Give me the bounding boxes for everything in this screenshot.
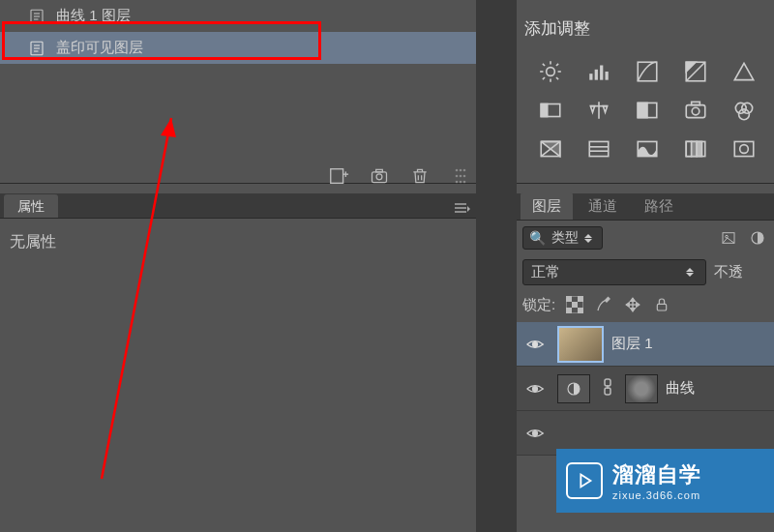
svg-point-92	[533, 430, 538, 435]
layer-row-selected[interactable]: 图层 1	[517, 322, 774, 367]
svg-marker-84	[637, 303, 640, 308]
lock-all-icon[interactable]	[652, 295, 671, 314]
panel-menu-icon[interactable]	[455, 196, 470, 218]
adj-posterize-icon[interactable]	[582, 134, 615, 163]
svg-line-37	[556, 77, 558, 79]
svg-marker-83	[626, 303, 629, 308]
chevron-updown-icon	[584, 234, 596, 243]
visibility-toggle-icon[interactable]	[521, 322, 550, 367]
tab-layers[interactable]: 图层	[521, 192, 573, 220]
history-item-label: 盖印可见图层	[56, 39, 143, 57]
svg-rect-85	[658, 304, 667, 310]
svg-rect-68	[734, 141, 754, 156]
svg-rect-13	[376, 169, 383, 172]
tab-properties[interactable]: 属性	[4, 194, 58, 218]
adjustments-header: 添加调整	[517, 0, 774, 47]
camera-icon[interactable]	[368, 164, 391, 188]
adj-vibrance-icon[interactable]	[728, 57, 760, 86]
watermark-sub: zixue.3d66.com	[612, 489, 701, 501]
adj-brightness-icon[interactable]	[534, 57, 567, 86]
lock-pixels-icon[interactable]	[594, 295, 613, 314]
svg-marker-81	[631, 298, 636, 301]
watermark-banner: 溜溜自学 zixue.3d66.com	[556, 449, 774, 513]
svg-rect-48	[541, 104, 548, 117]
history-list: 曲线 1 图层 盖印可见图层	[0, 0, 476, 64]
svg-rect-8	[331, 169, 343, 184]
svg-rect-40	[589, 74, 592, 80]
filter-image-icon[interactable]	[718, 227, 739, 249]
svg-point-69	[740, 145, 749, 154]
svg-point-20	[460, 175, 462, 178]
svg-point-57	[742, 103, 753, 113]
layer-row[interactable]: 曲线	[517, 367, 774, 411]
adj-exposure-icon[interactable]	[679, 57, 712, 86]
document-icon	[27, 39, 46, 58]
adj-threshold-icon[interactable]	[631, 134, 664, 163]
blend-mode-select[interactable]: 正常	[522, 259, 706, 285]
search-icon: 🔍	[529, 230, 546, 246]
history-item[interactable]: 曲线 1 图层	[0, 0, 476, 32]
svg-rect-77	[566, 308, 572, 313]
svg-point-86	[533, 341, 538, 346]
visibility-toggle-icon[interactable]	[521, 411, 550, 456]
properties-body: 无属性	[0, 219, 476, 266]
history-item-label: 曲线 1 图层	[56, 7, 131, 25]
lock-label: 锁定:	[522, 296, 555, 314]
new-document-icon[interactable]	[327, 164, 350, 188]
svg-rect-75	[578, 296, 583, 302]
adj-photo-filter-icon[interactable]	[679, 96, 712, 125]
play-icon	[566, 462, 603, 499]
adjustment-thumbnail[interactable]	[557, 374, 590, 403]
lock-transparent-icon[interactable]	[565, 295, 584, 314]
adj-channel-mixer-icon[interactable]	[728, 96, 760, 125]
link-icon[interactable]	[598, 377, 617, 400]
svg-line-39	[556, 64, 558, 66]
adj-gradient-map-icon[interactable]	[679, 134, 712, 163]
visibility-toggle-icon[interactable]	[521, 367, 550, 411]
adj-invert-icon[interactable]	[534, 134, 567, 163]
svg-marker-46	[734, 63, 754, 79]
svg-point-16	[456, 169, 459, 172]
adj-balance-icon[interactable]	[582, 96, 615, 125]
svg-rect-74	[566, 296, 572, 302]
document-icon	[27, 7, 46, 26]
tab-paths[interactable]: 路径	[633, 192, 685, 220]
kind-label: 类型	[551, 229, 579, 247]
svg-point-54	[692, 107, 700, 115]
layer-thumbnail[interactable]	[557, 326, 604, 363]
svg-rect-76	[572, 302, 578, 308]
layer-name: 图层 1	[611, 335, 653, 353]
svg-rect-67	[697, 141, 701, 156]
chevron-updown-icon	[686, 268, 698, 277]
svg-rect-43	[606, 72, 609, 80]
svg-rect-89	[605, 379, 610, 386]
adjustments-grid	[517, 47, 774, 179]
svg-point-18	[463, 169, 466, 172]
svg-marker-82	[631, 309, 636, 311]
svg-rect-52	[638, 103, 647, 117]
lock-position-icon[interactable]	[623, 295, 642, 314]
svg-line-38	[543, 77, 545, 79]
layer-kind-select[interactable]: 🔍 类型	[522, 226, 603, 250]
svg-rect-78	[578, 308, 583, 313]
filter-adjustment-icon[interactable]	[747, 227, 768, 249]
history-item-selected[interactable]: 盖印可见图层	[0, 32, 476, 64]
svg-marker-28	[467, 206, 470, 212]
svg-point-31	[547, 68, 555, 76]
properties-tab-bar: 属性	[0, 193, 476, 219]
opacity-label: 不透	[714, 263, 743, 281]
adj-selective-icon[interactable]	[728, 134, 760, 163]
history-toolbar	[327, 164, 472, 188]
svg-point-12	[376, 174, 382, 180]
adj-hue-icon[interactable]	[534, 96, 567, 125]
trash-icon[interactable]	[408, 164, 432, 188]
adj-curves-icon[interactable]	[631, 57, 664, 86]
layers-tab-bar: 图层 通道 路径	[517, 193, 774, 221]
tab-channels[interactable]: 通道	[577, 192, 629, 220]
adj-levels-icon[interactable]	[582, 57, 615, 86]
mask-thumbnail[interactable]	[625, 374, 658, 403]
adj-bw-icon[interactable]	[631, 96, 664, 125]
grip-icon[interactable]	[449, 164, 472, 188]
svg-rect-60	[589, 141, 609, 156]
svg-point-21	[463, 175, 466, 178]
